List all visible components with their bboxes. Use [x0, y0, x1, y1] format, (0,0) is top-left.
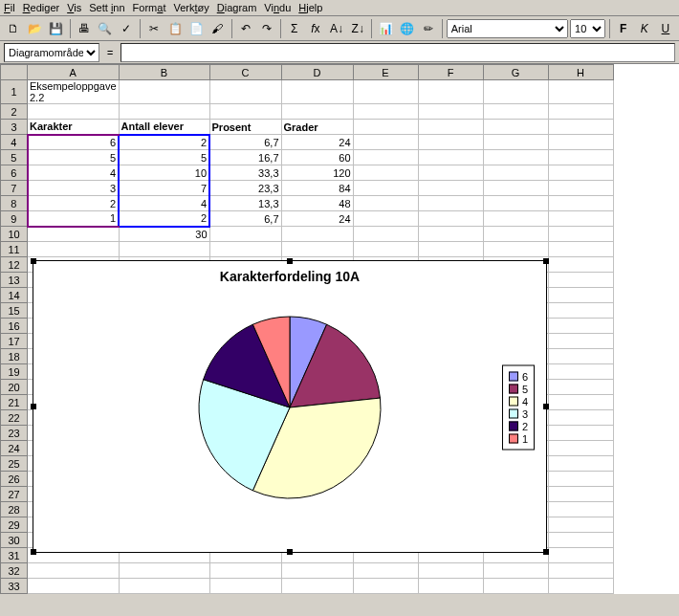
row-header[interactable]: 30: [1, 533, 28, 548]
row-header[interactable]: 25: [1, 456, 28, 472]
cell[interactable]: Antall elever: [119, 120, 209, 135]
new-icon[interactable]: 🗋: [4, 18, 23, 39]
col-header-H[interactable]: H: [548, 65, 613, 80]
col-header-A[interactable]: A: [28, 65, 120, 80]
size-select[interactable]: 10: [570, 19, 605, 38]
row-header[interactable]: 17: [1, 334, 28, 349]
fx-icon[interactable]: fx: [306, 18, 325, 39]
underline-icon[interactable]: U: [656, 18, 675, 39]
row-header[interactable]: 14: [1, 288, 28, 303]
cell[interactable]: 24: [281, 211, 353, 227]
formula-input[interactable]: [120, 43, 675, 62]
cell[interactable]: 16,7: [209, 150, 281, 165]
col-header-G[interactable]: G: [483, 65, 548, 80]
chart-title[interactable]: Karakterfordeling 10A: [33, 261, 546, 288]
sort-desc-icon[interactable]: Z↓: [348, 18, 367, 39]
menu-settinn[interactable]: Sett inn: [89, 2, 124, 13]
row-header[interactable]: 19: [1, 364, 28, 380]
name-box[interactable]: Diagramområde: [4, 43, 99, 62]
format-painter-icon[interactable]: 🖌: [208, 18, 227, 39]
row-header[interactable]: 29: [1, 517, 28, 533]
row-header[interactable]: 10: [1, 227, 28, 242]
row-header[interactable]: 26: [1, 472, 28, 487]
map-icon[interactable]: 🌐: [397, 18, 416, 39]
row-header[interactable]: 7: [1, 181, 28, 196]
select-all-corner[interactable]: [1, 65, 28, 80]
menu-vindu[interactable]: Vindu: [264, 2, 291, 13]
pie-chart[interactable]: [194, 312, 385, 503]
row-header[interactable]: 8: [1, 196, 28, 211]
menu-diagram[interactable]: Diagram: [217, 2, 257, 13]
row-header[interactable]: 2: [1, 104, 28, 120]
row-header[interactable]: 9: [1, 211, 28, 227]
row-header[interactable]: 13: [1, 273, 28, 288]
chart-object[interactable]: Karakterfordeling 10A 654321: [33, 260, 547, 553]
col-header-E[interactable]: E: [353, 65, 418, 80]
sum-icon[interactable]: Σ: [285, 18, 304, 39]
cell[interactable]: 23,3: [209, 181, 281, 196]
cell[interactable]: Prosent: [209, 120, 281, 135]
cell[interactable]: Eksempeloppgave 2.2: [28, 80, 120, 104]
cell[interactable]: 5: [28, 150, 120, 165]
col-header-C[interactable]: C: [209, 65, 281, 80]
cell[interactable]: 33,3: [209, 165, 281, 181]
row-header[interactable]: 28: [1, 502, 28, 517]
cell[interactable]: 5: [119, 150, 209, 165]
bold-icon[interactable]: F: [614, 18, 633, 39]
row-header[interactable]: 16: [1, 319, 28, 334]
italic-icon[interactable]: K: [635, 18, 654, 39]
row-header[interactable]: 21: [1, 395, 28, 410]
row-header[interactable]: 20: [1, 380, 28, 395]
cell[interactable]: Grader: [281, 120, 353, 135]
row-header[interactable]: 1: [1, 80, 28, 104]
row-header[interactable]: 6: [1, 165, 28, 181]
paste-icon[interactable]: 📄: [186, 18, 206, 39]
row-header[interactable]: 27: [1, 487, 28, 502]
cell[interactable]: 13,3: [209, 196, 281, 211]
col-header-B[interactable]: B: [119, 65, 209, 80]
chart-legend[interactable]: 654321: [502, 365, 535, 451]
row-header[interactable]: 11: [1, 242, 28, 257]
cell[interactable]: 7: [119, 181, 209, 196]
cell[interactable]: 4: [119, 196, 209, 211]
save-icon[interactable]: 💾: [46, 18, 65, 39]
row-header[interactable]: 23: [1, 426, 28, 441]
cell[interactable]: 84: [281, 181, 353, 196]
row-header[interactable]: 22: [1, 410, 28, 426]
cell[interactable]: 120: [281, 165, 353, 181]
undo-icon[interactable]: ↶: [235, 18, 254, 39]
col-header-D[interactable]: D: [281, 65, 353, 80]
cell[interactable]: 48: [281, 196, 353, 211]
cell[interactable]: 24: [281, 135, 353, 150]
row-header[interactable]: 24: [1, 441, 28, 456]
cell[interactable]: 6: [28, 135, 120, 150]
cell[interactable]: 60: [281, 150, 353, 165]
preview-icon[interactable]: 🔍: [96, 18, 115, 39]
cell[interactable]: 1: [28, 211, 120, 227]
menu-rediger[interactable]: Rediger: [23, 2, 60, 13]
cell[interactable]: 10: [119, 165, 209, 181]
cell[interactable]: 2: [119, 211, 209, 227]
row-header[interactable]: 12: [1, 257, 28, 273]
open-icon[interactable]: 📂: [25, 18, 44, 39]
cell[interactable]: 2: [119, 135, 209, 150]
row-header[interactable]: 18: [1, 349, 28, 364]
menu-hjelp[interactable]: Hjelp: [298, 2, 322, 13]
row-header[interactable]: 15: [1, 303, 28, 319]
copy-icon[interactable]: 📋: [165, 18, 185, 39]
cell[interactable]: 6,7: [209, 211, 281, 227]
menu-vis[interactable]: Vis: [67, 2, 81, 13]
row-header[interactable]: 5: [1, 150, 28, 165]
redo-icon[interactable]: ↷: [257, 18, 276, 39]
cell[interactable]: 30: [119, 227, 209, 242]
row-header[interactable]: 4: [1, 135, 28, 150]
cell[interactable]: 3: [28, 181, 120, 196]
menu-format[interactable]: Format: [133, 2, 166, 13]
row-header[interactable]: 33: [1, 579, 28, 594]
drawing-icon[interactable]: ✏: [419, 18, 438, 39]
menu-verktoy[interactable]: Verktøy: [173, 2, 208, 13]
cell[interactable]: 4: [28, 165, 120, 181]
row-header[interactable]: 31: [1, 548, 28, 563]
sort-asc-icon[interactable]: A↓: [327, 18, 346, 39]
col-header-F[interactable]: F: [418, 65, 483, 80]
